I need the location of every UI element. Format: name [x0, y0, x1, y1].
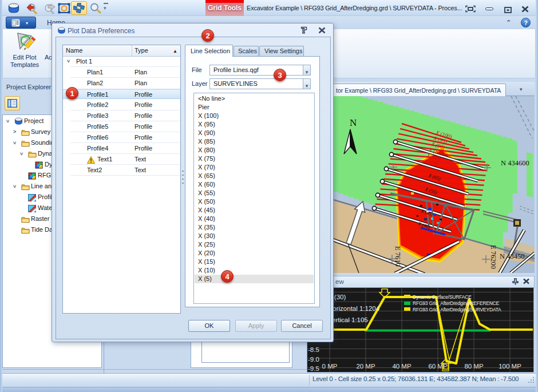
svg-text:60 MP: 60 MP	[428, 363, 448, 370]
svg-text:N: N	[350, 117, 357, 128]
svg-text:E 7610: E 7610	[394, 246, 402, 267]
svg-text:Horizontal 1:1204: Horizontal 1:1204	[328, 305, 380, 312]
svg-text:-9.5: -9.5	[308, 365, 319, 372]
svg-text:N 43450: N 43450	[500, 252, 524, 260]
svg-text:80 MP: 80 MP	[464, 363, 484, 370]
svg-text:N 434600: N 434600	[501, 159, 529, 167]
svg-text:-8.5: -8.5	[308, 346, 319, 353]
svg-text:100 MP: 100 MP	[499, 363, 521, 370]
svg-text:E 76200: E 76200	[489, 245, 497, 269]
svg-text:RFG93 Grid_AfterDredging/SURVE: RFG93 Grid_AfterDredging/SURVEYDATA	[413, 307, 501, 312]
svg-text:Dynamic Surface/SURFACE: Dynamic Surface/SURFACE	[413, 294, 472, 300]
svg-text:-9.0: -9.0	[308, 356, 319, 363]
svg-text:0 MP: 0 MP	[322, 363, 338, 370]
svg-text:20 MP: 20 MP	[356, 363, 375, 370]
svg-text:RFG93 Grid_AfterDredging/REFER: RFG93 Grid_AfterDredging/REFERENCE	[413, 300, 500, 306]
svg-text:Vertical 1:105: Vertical 1:105	[328, 316, 368, 323]
svg-text:40 MP: 40 MP	[392, 363, 412, 370]
